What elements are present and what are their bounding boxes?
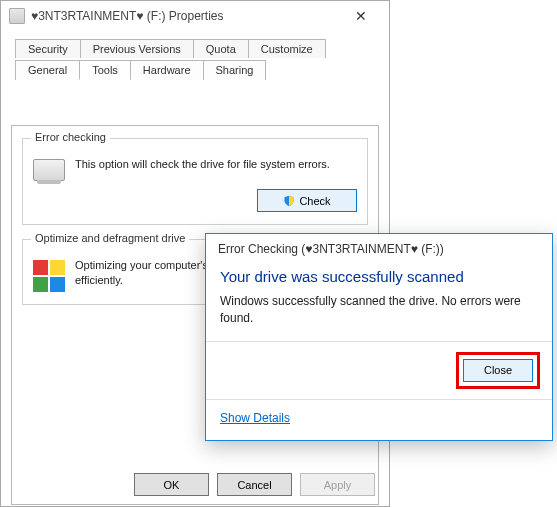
error-checking-dialog: Error Checking (♥3NT3RTAINMENT♥ (F:)) Yo…: [205, 233, 553, 441]
drive-icon: [9, 8, 25, 24]
show-details-link[interactable]: Show Details: [220, 411, 290, 425]
error-checking-group: Error checking This option will check th…: [22, 138, 368, 225]
hdd-icon: [33, 159, 65, 181]
tab-general[interactable]: General: [15, 60, 80, 80]
dialog-close-button[interactable]: Close: [463, 359, 533, 382]
tab-customize[interactable]: Customize: [248, 39, 326, 58]
dialog-actions: Close: [206, 342, 552, 399]
dialog-body: Windows successfully scanned the drive. …: [206, 293, 552, 341]
close-window-button[interactable]: ✕: [341, 2, 381, 30]
dialog-title: Error Checking (♥3NT3RTAINMENT♥ (F:)): [206, 234, 552, 262]
titlebar: ♥3NT3RTAINMENT♥ (F:) Properties ✕: [1, 1, 389, 31]
tab-strip: Security Previous Versions Quota Customi…: [11, 39, 379, 83]
check-button[interactable]: Check: [257, 189, 357, 212]
dialog-heading: Your drive was successfully scanned: [206, 262, 552, 293]
ok-button[interactable]: OK: [134, 473, 209, 496]
tab-previous-versions[interactable]: Previous Versions: [80, 39, 194, 58]
error-checking-legend: Error checking: [31, 131, 110, 143]
apply-button[interactable]: Apply: [300, 473, 375, 496]
tab-sharing[interactable]: Sharing: [203, 60, 267, 80]
footer-buttons: OK Cancel Apply: [134, 473, 375, 496]
error-checking-text: This option will check the drive for fil…: [75, 157, 357, 172]
dialog-details-row: Show Details: [206, 400, 552, 440]
check-button-label: Check: [299, 195, 330, 207]
tab-hardware[interactable]: Hardware: [130, 60, 204, 80]
cancel-button[interactable]: Cancel: [217, 473, 292, 496]
tab-tools[interactable]: Tools: [79, 60, 131, 80]
defrag-legend: Optimize and defragment drive: [31, 232, 189, 244]
window-title: ♥3NT3RTAINMENT♥ (F:) Properties: [31, 9, 341, 23]
tab-quota[interactable]: Quota: [193, 39, 249, 58]
defrag-icon: [33, 260, 65, 292]
close-button-highlight: Close: [456, 352, 540, 389]
tab-security[interactable]: Security: [15, 39, 81, 58]
shield-icon: [283, 195, 295, 207]
